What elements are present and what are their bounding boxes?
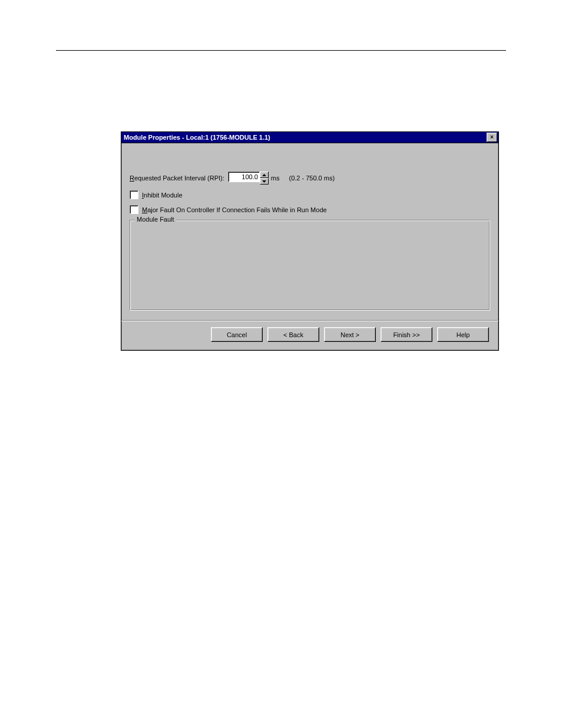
close-button[interactable]: × bbox=[487, 133, 497, 142]
cancel-button[interactable]: Cancel bbox=[211, 327, 263, 342]
svg-marker-1 bbox=[262, 180, 266, 183]
module-fault-legend: Module Fault bbox=[135, 216, 176, 223]
button-row: Cancel < Back Next > Finish >> Help bbox=[130, 327, 490, 343]
rpi-spin-up-button[interactable] bbox=[260, 172, 269, 178]
page-top-rule bbox=[56, 50, 506, 51]
button-separator bbox=[121, 320, 498, 321]
chevron-up-icon bbox=[262, 174, 266, 176]
rpi-label: Requested Packet Interval (RPI): bbox=[130, 174, 224, 182]
inhibit-module-row: Inhibit Module bbox=[130, 190, 490, 199]
help-button[interactable]: Help bbox=[437, 327, 489, 342]
rpi-input[interactable]: 100.0 bbox=[228, 172, 260, 182]
chevron-down-icon bbox=[262, 180, 266, 183]
rpi-spin-wrap: 100.0 bbox=[228, 172, 269, 185]
dialog-body: Requested Packet Interval (RPI): 100.0 m… bbox=[121, 143, 498, 350]
rpi-spin-down-button[interactable] bbox=[260, 178, 269, 185]
module-properties-dialog: Module Properties - Local:1 (1756-MODULE… bbox=[121, 131, 499, 351]
major-fault-label: Major Fault On Controller If Connection … bbox=[142, 206, 327, 213]
rpi-unit: ms bbox=[271, 174, 280, 182]
finish-button[interactable]: Finish >> bbox=[381, 327, 432, 342]
back-button[interactable]: < Back bbox=[267, 327, 319, 342]
dialog-title: Module Properties - Local:1 (1756-MODULE… bbox=[124, 134, 270, 141]
next-button[interactable]: Next > bbox=[324, 327, 376, 342]
inhibit-module-label: Inhibit Module bbox=[142, 192, 183, 199]
rpi-row: Requested Packet Interval (RPI): 100.0 m… bbox=[130, 172, 490, 185]
rpi-spinner bbox=[260, 172, 269, 185]
major-fault-checkbox[interactable] bbox=[130, 205, 138, 214]
titlebar: Module Properties - Local:1 (1756-MODULE… bbox=[121, 132, 498, 143]
rpi-range: (0.2 - 750.0 ms) bbox=[289, 174, 335, 182]
major-fault-row: Major Fault On Controller If Connection … bbox=[130, 205, 490, 214]
inhibit-module-checkbox[interactable] bbox=[130, 190, 138, 199]
module-fault-groupbox: Module Fault bbox=[130, 220, 490, 311]
svg-marker-0 bbox=[262, 174, 266, 176]
close-icon: × bbox=[490, 134, 494, 140]
